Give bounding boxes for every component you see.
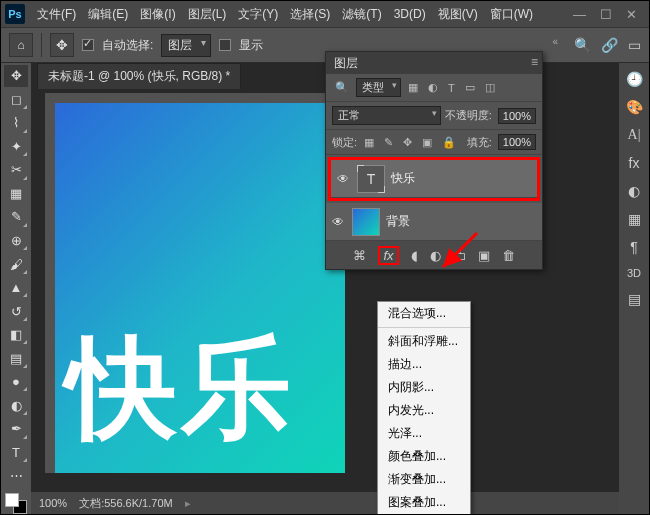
home-icon[interactable]: ⌂ <box>9 33 33 57</box>
fx-bevel-emboss[interactable]: 斜面和浮雕... <box>378 330 470 353</box>
show-transform-checkbox[interactable] <box>219 39 231 51</box>
app-window: Ps 文件(F) 编辑(E) 图像(I) 图层(L) 文字(Y) 选择(S) 滤… <box>0 0 650 515</box>
fx-pattern-overlay[interactable]: 图案叠加... <box>378 491 470 514</box>
visibility-toggle-icon[interactable]: 👁 <box>335 172 351 186</box>
menu-filter[interactable]: 滤镜(T) <box>336 6 387 23</box>
new-layer-icon[interactable]: ▣ <box>478 248 490 263</box>
frame-tool[interactable]: ▦ <box>4 183 28 205</box>
status-chevron-icon[interactable]: ▸ <box>185 497 191 510</box>
paragraph-panel-icon[interactable]: ¶ <box>630 239 638 255</box>
color-panel-icon[interactable]: 🎨 <box>626 99 643 115</box>
character-panel-icon[interactable]: A| <box>628 127 641 143</box>
3d-panel-icon[interactable]: 3D <box>627 267 641 279</box>
stamp-tool[interactable]: ▲ <box>4 277 28 299</box>
styles-panel-icon[interactable]: fx <box>629 155 640 171</box>
marquee-tool[interactable]: ◻ <box>4 89 28 111</box>
filter-smart-icon[interactable]: ◫ <box>482 81 498 94</box>
fx-color-overlay[interactable]: 颜色叠加... <box>378 445 470 468</box>
type-tool[interactable]: T <box>4 442 28 464</box>
color-swatches[interactable] <box>5 493 27 515</box>
menu-edit[interactable]: 编辑(E) <box>82 6 134 23</box>
layer-mask-icon[interactable]: ◖ <box>411 248 418 263</box>
gradient-tool[interactable]: ▤ <box>4 347 28 369</box>
filter-type-icon[interactable]: T <box>445 82 458 94</box>
filter-adjust-icon[interactable]: ◐ <box>425 81 441 94</box>
menu-window[interactable]: 窗口(W) <box>484 6 539 23</box>
lock-position-icon[interactable]: ✥ <box>400 136 415 149</box>
panel-collapse-icon[interactable]: « <box>552 36 558 47</box>
layer-thumbnail-text: T <box>357 165 385 193</box>
blur-tool[interactable]: ● <box>4 371 28 393</box>
lock-pixels-icon[interactable]: ▦ <box>361 136 377 149</box>
layers-panel-footer: ⌘ fx ◖ ◐ 🗀 ▣ 🗑 <box>326 241 542 269</box>
panel-menu-icon[interactable]: ≡ <box>531 55 538 69</box>
adjustment-layer-icon[interactable]: ◐ <box>430 248 441 263</box>
show-label: 显示 <box>239 37 263 54</box>
lock-label: 锁定: <box>332 135 357 150</box>
filter-type-dropdown[interactable]: 类型 <box>356 78 401 97</box>
auto-select-checkbox[interactable] <box>82 39 94 51</box>
visibility-toggle-icon[interactable]: 👁 <box>330 215 346 229</box>
lock-brush-icon[interactable]: ✎ <box>381 136 396 149</box>
layers-panel-title: 图层 <box>334 55 358 72</box>
maximize-icon[interactable]: ☐ <box>600 7 612 22</box>
layers-panel-icon[interactable]: ▤ <box>628 291 641 307</box>
move-tool[interactable]: ✥ <box>4 65 28 87</box>
share-icon[interactable]: 🔗 <box>601 37 618 53</box>
crop-tool[interactable]: ✂ <box>4 159 28 181</box>
auto-select-dropdown[interactable]: 图层 <box>161 34 211 57</box>
layer-name[interactable]: 背景 <box>386 213 410 230</box>
fx-inner-glow[interactable]: 内发光... <box>378 399 470 422</box>
menu-image[interactable]: 图像(I) <box>134 6 181 23</box>
search-icon[interactable]: 🔍 <box>574 37 591 53</box>
eraser-tool[interactable]: ◧ <box>4 324 28 346</box>
filter-shape-icon[interactable]: ▭ <box>462 81 478 94</box>
swatches-panel-icon[interactable]: ▦ <box>628 211 641 227</box>
history-panel-icon[interactable]: 🕘 <box>626 71 643 87</box>
lock-all-icon[interactable]: 🔒 <box>439 136 459 149</box>
opacity-value[interactable]: 100% <box>498 108 536 124</box>
quick-select-tool[interactable]: ✦ <box>4 136 28 158</box>
eyedropper-tool[interactable]: ✎ <box>4 206 28 228</box>
lasso-tool[interactable]: ⌇ <box>4 112 28 134</box>
fx-blending-options[interactable]: 混合选项... <box>378 302 470 325</box>
layer-row[interactable]: 👁 背景 <box>326 203 542 241</box>
menu-file[interactable]: 文件(F) <box>31 6 82 23</box>
fill-value[interactable]: 100% <box>498 134 536 150</box>
lock-artboard-icon[interactable]: ▣ <box>419 136 435 149</box>
fx-stroke[interactable]: 描边... <box>378 353 470 376</box>
minimize-icon[interactable]: — <box>573 7 586 22</box>
blend-mode-dropdown[interactable]: 正常 <box>332 106 441 125</box>
layer-name[interactable]: 快乐 <box>391 170 415 187</box>
fx-satin[interactable]: 光泽... <box>378 422 470 445</box>
menu-select[interactable]: 选择(S) <box>284 6 336 23</box>
fx-inner-shadow[interactable]: 内阴影... <box>378 376 470 399</box>
dodge-tool[interactable]: ◐ <box>4 394 28 416</box>
toolbar-left: ✥ ◻ ⌇ ✦ ✂ ▦ ✎ ⊕ 🖌 ▲ ↺ ◧ ▤ ● ◐ ✒ T ⋯ <box>1 63 31 514</box>
menu-view[interactable]: 视图(V) <box>432 6 484 23</box>
canvas[interactable]: 快乐 <box>55 103 345 473</box>
close-icon[interactable]: ✕ <box>626 7 637 22</box>
history-brush-tool[interactable]: ↺ <box>4 300 28 322</box>
move-tool-icon[interactable]: ✥ <box>50 33 74 57</box>
layer-row[interactable]: 👁 T 快乐 <box>331 160 537 198</box>
pen-tool[interactable]: ✒ <box>4 418 28 440</box>
zoom-level[interactable]: 100% <box>39 497 67 509</box>
delete-layer-icon[interactable]: 🗑 <box>502 248 515 263</box>
group-layers-icon[interactable]: 🗀 <box>453 248 466 263</box>
filter-pixel-icon[interactable]: ▦ <box>405 81 421 94</box>
menu-3d[interactable]: 3D(D) <box>388 7 432 21</box>
arrange-icon[interactable]: ▭ <box>628 37 641 53</box>
document-tab[interactable]: 未标题-1 @ 100% (快乐, RGB/8) * <box>37 63 241 89</box>
ellipsis-tool[interactable]: ⋯ <box>4 465 28 487</box>
fx-gradient-overlay[interactable]: 渐变叠加... <box>378 468 470 491</box>
menu-layer[interactable]: 图层(L) <box>182 6 233 23</box>
brush-tool[interactable]: 🖌 <box>4 253 28 275</box>
filter-search-icon[interactable]: 🔍 <box>332 81 352 94</box>
menu-type[interactable]: 文字(Y) <box>232 6 284 23</box>
adjustments-panel-icon[interactable]: ◐ <box>628 183 640 199</box>
layer-fx-button[interactable]: fx <box>378 246 398 265</box>
link-layers-icon[interactable]: ⌘ <box>353 248 366 263</box>
healing-tool[interactable]: ⊕ <box>4 230 28 252</box>
layer-list: 👁 T 快乐 👁 背景 <box>326 157 542 241</box>
